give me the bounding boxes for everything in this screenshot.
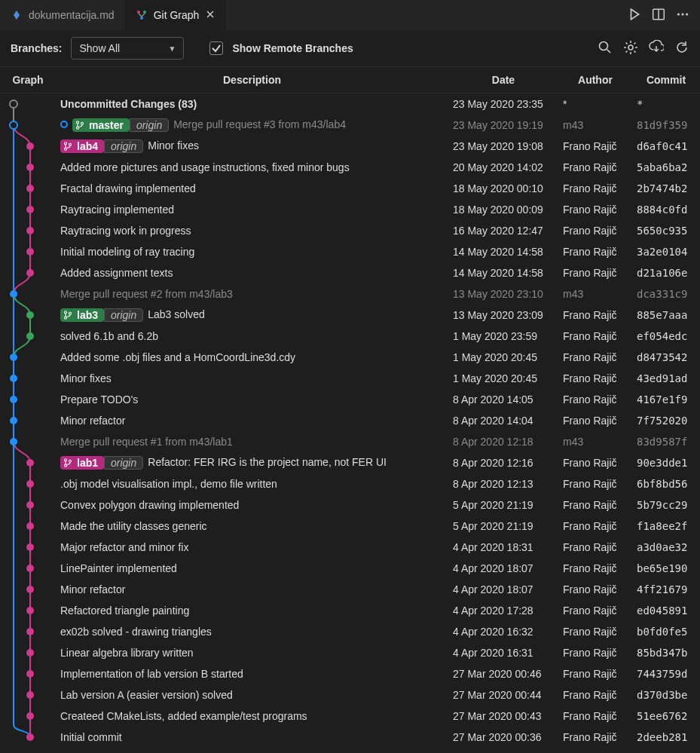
commit-row[interactable]: Merge pull request #1 from m43/lab18 Apr… [0, 431, 700, 452]
commit-row[interactable]: lab4originMinor fixes23 May 2020 19:08Fr… [0, 136, 700, 157]
header-commit[interactable]: Commit [632, 74, 700, 86]
commit-row[interactable]: Merge pull request #2 from m43/lab313 Ma… [0, 283, 700, 305]
commit-row[interactable]: Initial modeling of ray tracing14 May 20… [0, 241, 700, 262]
svg-point-48 [69, 143, 72, 145]
commit-date: 4 Apr 2020 16:32 [448, 626, 558, 638]
commit-row[interactable]: Prepare TODO's8 Apr 2020 14:05Frano Raji… [0, 389, 700, 410]
commit-description: ex02b solved - drawing triangles [56, 626, 448, 638]
commit-row[interactable]: lab1originRefactor: FER IRG is the proje… [0, 452, 700, 473]
commit-row[interactable]: Linear algebra library written4 Apr 2020… [0, 642, 700, 663]
commit-date: 8 Apr 2020 14:05 [448, 393, 558, 406]
commit-row[interactable]: Convex polygon drawing implemented5 Apr … [0, 494, 700, 516]
branches-select-value: Show All [79, 42, 120, 54]
commit-row[interactable]: Implementation of lab version B started2… [0, 663, 700, 684]
commit-hash: 5650c935 [632, 225, 700, 237]
commit-description: Initial commit [56, 731, 448, 743]
close-icon[interactable] [205, 9, 216, 22]
fetch-icon[interactable] [649, 40, 664, 57]
tab-git-graph[interactable]: Git Graph [125, 0, 227, 30]
commit-date: 8 Apr 2020 12:16 [448, 457, 558, 469]
commit-hash: be65e190 [632, 562, 700, 574]
commit-hash: 8884c0fd [632, 204, 700, 216]
commit-row[interactable]: Minor refactor4 Apr 2020 18:07Frano Raji… [0, 579, 700, 600]
header-graph[interactable]: Graph [0, 74, 56, 86]
branch-ref[interactable]: lab4origin [60, 139, 143, 153]
header-desc[interactable]: Description [56, 74, 448, 86]
commit-row[interactable]: .obj model visualisation impl., demo fil… [0, 473, 700, 494]
commit-row[interactable]: Refactored triangle painting4 Apr 2020 1… [0, 600, 700, 621]
commit-row[interactable]: masteroriginMerge pull request #3 from m… [0, 115, 700, 136]
commit-row[interactable]: Made the utility classes generic5 Apr 20… [0, 516, 700, 537]
commit-row[interactable]: solved 6.1b and 6.2b1 May 2020 23:59Fran… [0, 326, 700, 347]
head-indicator-icon [60, 121, 68, 128]
branch-ref[interactable]: masterorigin [72, 118, 169, 132]
settings-icon[interactable] [623, 40, 638, 57]
commit-date: 1 May 2020 20:45 [448, 372, 558, 384]
commit-description: Initial modeling of ray tracing [56, 246, 448, 258]
branches-select[interactable]: Show All ▼ [71, 37, 184, 60]
header-author[interactable]: Author [558, 74, 632, 86]
commit-row[interactable]: Lab version A (easier version) solved27 … [0, 684, 700, 706]
branch-ref[interactable]: lab1origin [60, 456, 143, 470]
commit-row[interactable]: Added assignment texts14 May 2020 14:58F… [0, 262, 700, 283]
commit-author: Frano Rajič [558, 668, 632, 680]
commit-row[interactable]: Raytracing implemented18 May 2020 00:09F… [0, 199, 700, 220]
commit-hash: d21a106e [632, 267, 700, 279]
more-icon[interactable] [676, 8, 689, 23]
commit-row[interactable]: Fractal drawing implemented18 May 2020 0… [0, 178, 700, 199]
commit-author: Frano Rajič [558, 140, 632, 152]
commit-hash: 5b79cc29 [632, 499, 700, 511]
commit-row[interactable]: lab3originLab3 solved13 May 2020 23:09Fr… [0, 305, 700, 326]
commit-row[interactable]: Uncommitted Changes (83)23 May 2020 23:3… [0, 93, 700, 115]
commit-row[interactable]: LinePainter implemented4 Apr 2020 18:07F… [0, 558, 700, 579]
commit-row[interactable]: Minor fixes1 May 2020 20:45Frano Rajič43… [0, 368, 700, 389]
commit-row[interactable]: Initial commit27 Mar 2020 00:36Frano Raj… [0, 727, 700, 748]
commit-hash: 51ee6762 [632, 710, 700, 722]
commit-row[interactable]: Minor refactor8 Apr 2020 14:04Frano Raji… [0, 410, 700, 431]
search-icon[interactable] [598, 40, 613, 57]
commit-author: Frano Rajič [558, 541, 632, 553]
commit-author: Frano Rajič [558, 457, 632, 469]
commit-date: 8 Apr 2020 14:04 [448, 415, 558, 427]
split-editor-icon[interactable] [652, 8, 665, 23]
svg-point-0 [137, 11, 140, 14]
commit-date: 1 May 2020 20:45 [448, 351, 558, 363]
commit-date: 13 May 2020 23:10 [448, 288, 558, 300]
commit-author: Frano Rajič [558, 161, 632, 173]
commit-date: 5 Apr 2020 21:19 [448, 520, 558, 532]
commit-hash: 85bd347b [632, 647, 700, 659]
commit-author: Frano Rajič [558, 689, 632, 701]
commit-description: Raytracing implemented [56, 204, 448, 216]
svg-point-45 [81, 122, 84, 124]
commit-author: Frano Rajič [558, 267, 632, 279]
show-remote-checkbox[interactable] [209, 41, 223, 55]
commit-date: 4 Apr 2020 18:07 [448, 583, 558, 595]
commit-description: Refactored triangle painting [56, 605, 448, 617]
commit-row[interactable]: Createed CMakeLists, added example/test … [0, 706, 700, 727]
commit-description: Merge pull request #2 from m43/lab3 [56, 288, 448, 300]
run-icon[interactable] [628, 8, 641, 23]
commit-date: 27 Mar 2020 00:46 [448, 668, 558, 680]
commit-hash: f1a8ee2f [632, 520, 700, 532]
commit-row[interactable]: Major refactor and minor fix4 Apr 2020 1… [0, 537, 700, 558]
commit-row[interactable]: Added some .obj files and a HomCoordLine… [0, 347, 700, 368]
svg-point-53 [65, 464, 67, 467]
branch-ref[interactable]: lab3origin [60, 308, 143, 322]
tab-dokumentacija[interactable]: dokumentacija.md [0, 0, 125, 30]
commit-row[interactable]: Raytracing work in progress16 May 2020 1… [0, 220, 700, 241]
markdown-file-icon [11, 9, 23, 21]
commit-hash: 4ff21679 [632, 583, 700, 595]
commit-author: Frano Rajič [558, 583, 632, 595]
svg-point-6 [681, 13, 683, 15]
commit-description: masteroriginMerge pull request #3 from m… [56, 118, 448, 132]
commit-hash: 43ed91ad [632, 372, 700, 384]
commit-date: 16 May 2020 12:47 [448, 225, 558, 237]
refresh-icon[interactable] [674, 40, 689, 57]
commit-row[interactable]: Added more pictures and usage instructio… [0, 157, 700, 178]
commit-row[interactable]: ex02b solved - drawing triangles4 Apr 20… [0, 621, 700, 642]
commit-author: Frano Rajič [558, 309, 632, 321]
header-date[interactable]: Date [448, 74, 558, 86]
commit-date: 23 May 2020 23:35 [448, 98, 558, 110]
svg-point-46 [65, 142, 67, 145]
commit-hash: 2b7474b2 [632, 182, 700, 194]
